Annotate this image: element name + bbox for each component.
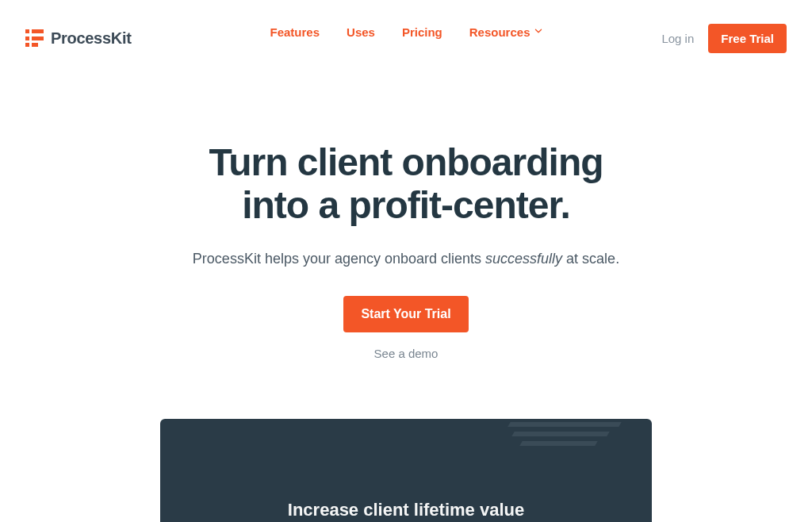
- start-trial-button[interactable]: Start Your Trial: [343, 296, 468, 332]
- hero-section: Turn client onboarding into a profit-cen…: [0, 141, 812, 360]
- hero-title-line1: Turn client onboarding: [209, 141, 603, 183]
- hero-subtitle-emphasis: successfully: [485, 251, 562, 267]
- feature-panel: Increase client lifetime value: [160, 419, 652, 522]
- primary-nav: Features Uses Pricing Resources: [270, 25, 542, 39]
- chevron-down-icon: [534, 29, 542, 36]
- hero-title-line2: into a profit-center.: [242, 184, 570, 226]
- nav-resources[interactable]: Resources: [469, 25, 542, 39]
- panel-heading: Increase client lifetime value: [288, 500, 524, 520]
- header-actions: Log in Free Trial: [661, 24, 787, 53]
- decorative-stripes: [477, 419, 620, 451]
- see-demo-link[interactable]: See a demo: [374, 347, 439, 360]
- hero-subtitle: ProcessKit helps your agency onboard cli…: [32, 251, 780, 267]
- logo-icon: [25, 29, 44, 47]
- login-link[interactable]: Log in: [661, 32, 694, 45]
- brand-logo[interactable]: ProcessKit: [25, 29, 132, 48]
- hero-subtitle-post: at scale.: [562, 251, 619, 267]
- nav-resources-label: Resources: [469, 25, 530, 39]
- hero-subtitle-pre: ProcessKit helps your agency onboard cli…: [193, 251, 485, 267]
- hero-cta-group: Start Your Trial See a demo: [32, 296, 780, 360]
- brand-name: ProcessKit: [51, 29, 132, 48]
- free-trial-button[interactable]: Free Trial: [708, 24, 787, 53]
- nav-pricing[interactable]: Pricing: [402, 25, 442, 39]
- site-header: ProcessKit Features Uses Pricing Resourc…: [0, 0, 812, 56]
- hero-title: Turn client onboarding into a profit-cen…: [32, 141, 780, 227]
- nav-features[interactable]: Features: [270, 25, 320, 39]
- nav-uses[interactable]: Uses: [347, 25, 375, 39]
